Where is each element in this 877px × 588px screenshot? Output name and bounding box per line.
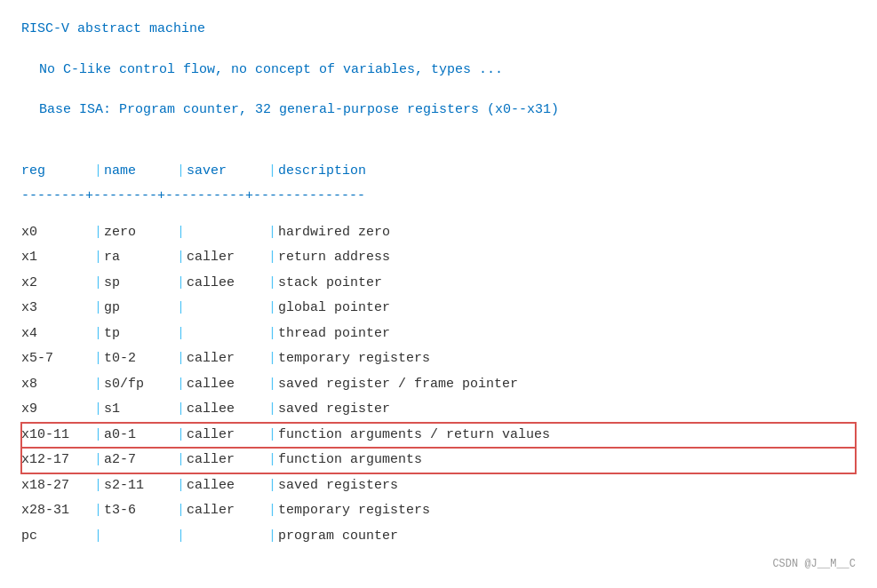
divider-col1: | xyxy=(92,498,104,524)
cell-desc: saved register xyxy=(278,397,856,423)
table-row: x12-17 | a2-7 | caller | function argume… xyxy=(21,448,856,473)
cell-name: tp xyxy=(104,322,175,347)
table-row: x3 | gp | | global pointer xyxy=(21,296,856,322)
divider-col2: | xyxy=(175,423,187,449)
divider-col2: | xyxy=(175,524,187,550)
divider-col2: | xyxy=(175,473,187,499)
cell-saver: caller xyxy=(187,448,267,473)
cell-reg: x1 xyxy=(21,245,92,271)
divider-col3: | xyxy=(267,296,278,322)
table-body: x0 | zero | | hardwired zero x1 | ra | c… xyxy=(21,220,856,550)
cell-desc: function arguments / return values xyxy=(278,423,856,449)
cell-desc: function arguments xyxy=(278,448,856,473)
cell-name: s2-11 xyxy=(104,473,175,499)
cell-reg: x18-27 xyxy=(21,473,92,499)
divider-col1: | xyxy=(92,322,104,347)
cell-name: ra xyxy=(104,245,175,271)
divider-col2: | xyxy=(175,498,187,524)
divider-2: | xyxy=(175,159,187,185)
divider-col1: | xyxy=(92,271,104,297)
cell-desc: program counter xyxy=(278,524,856,550)
divider-col3: | xyxy=(267,473,278,499)
divider-col1: | xyxy=(92,296,104,322)
divider-col1: | xyxy=(92,397,104,423)
cell-reg: pc xyxy=(21,524,92,550)
table-row: x18-27 | s2-11 | callee | saved register… xyxy=(21,473,856,499)
divider-col1: | xyxy=(92,245,104,271)
cell-reg: x3 xyxy=(21,296,92,322)
divider-col3: | xyxy=(267,220,278,246)
cell-saver: callee xyxy=(187,473,267,499)
divider-1: | xyxy=(92,159,104,185)
cell-desc: global pointer xyxy=(278,296,856,322)
cell-reg: x28-31 xyxy=(21,498,92,524)
cell-reg: x10-11 xyxy=(21,423,92,449)
cell-saver: caller xyxy=(187,245,267,271)
cell-desc: thread pointer xyxy=(278,322,856,347)
intro-line2: Base ISA: Program counter, 32 general-pu… xyxy=(21,99,856,122)
divider-col1: | xyxy=(92,448,104,473)
divider-col2: | xyxy=(175,346,187,372)
cell-desc: stack pointer xyxy=(278,271,856,297)
register-table: reg | name | saver | description -------… xyxy=(21,159,856,220)
header-saver: saver xyxy=(187,159,267,185)
divider-col2: | xyxy=(175,245,187,271)
header-name: name xyxy=(104,159,175,185)
cell-reg: x4 xyxy=(21,322,92,347)
watermark: CSDN @J__M__C xyxy=(21,558,856,570)
cell-reg: x0 xyxy=(21,220,92,246)
table-row: pc | | | program counter xyxy=(21,524,856,550)
cell-desc: saved register / frame pointer xyxy=(278,372,856,398)
table-row: x10-11 | a0-1 | caller | function argume… xyxy=(21,423,856,449)
header-desc: description xyxy=(278,159,856,185)
cell-name: zero xyxy=(104,220,175,246)
divider-col2: | xyxy=(175,322,187,347)
divider-col3: | xyxy=(267,498,278,524)
cell-saver: caller xyxy=(187,423,267,449)
cell-saver: callee xyxy=(187,372,267,398)
divider-3: | xyxy=(267,159,278,185)
cell-reg: x9 xyxy=(21,397,92,423)
cell-name: a2-7 xyxy=(104,448,175,473)
cell-saver: callee xyxy=(187,397,267,423)
divider-col3: | xyxy=(267,524,278,550)
table-row: x8 | s0/fp | callee | saved register / f… xyxy=(21,372,856,398)
divider-col3: | xyxy=(267,448,278,473)
cell-name: t0-2 xyxy=(104,346,175,372)
divider-col2: | xyxy=(175,220,187,246)
cell-reg: x8 xyxy=(21,372,92,398)
divider-col3: | xyxy=(267,271,278,297)
intro-line1: No C-like control flow, no concept of va… xyxy=(21,59,856,82)
cell-desc: temporary registers xyxy=(278,346,856,372)
cell-desc: hardwired zero xyxy=(278,220,856,246)
divider-col1: | xyxy=(92,473,104,499)
divider-col3: | xyxy=(267,397,278,423)
table-row: x4 | tp | | thread pointer xyxy=(21,322,856,347)
cell-name: t3-6 xyxy=(104,498,175,524)
divider-col2: | xyxy=(175,271,187,297)
table-header: reg | name | saver | description xyxy=(21,159,856,185)
divider-col2: | xyxy=(175,296,187,322)
cell-desc: saved registers xyxy=(278,473,856,499)
intro-section: RISC-V abstract machine No C-like contro… xyxy=(21,18,856,122)
divider-col3: | xyxy=(267,423,278,449)
cell-reg: x5-7 xyxy=(21,346,92,372)
table-row: x2 | sp | callee | stack pointer xyxy=(21,271,856,297)
cell-desc: return address xyxy=(278,245,856,271)
header-reg: reg xyxy=(21,159,92,185)
divider-col1: | xyxy=(92,220,104,246)
cell-saver: caller xyxy=(187,498,267,524)
table-row: x28-31 | t3-6 | caller | temporary regis… xyxy=(21,498,856,524)
cell-saver: caller xyxy=(187,346,267,372)
divider-col3: | xyxy=(267,346,278,372)
cell-reg: x12-17 xyxy=(21,448,92,473)
divider-col3: | xyxy=(267,322,278,347)
cell-name: s0/fp xyxy=(104,372,175,398)
cell-reg: x2 xyxy=(21,271,92,297)
table-row: x1 | ra | caller | return address xyxy=(21,245,856,271)
cell-name: sp xyxy=(104,271,175,297)
divider-col1: | xyxy=(92,524,104,550)
divider-col2: | xyxy=(175,372,187,398)
separator-line: --------+--------+----------+-----------… xyxy=(21,184,365,210)
table-row: x0 | zero | | hardwired zero xyxy=(21,220,856,246)
